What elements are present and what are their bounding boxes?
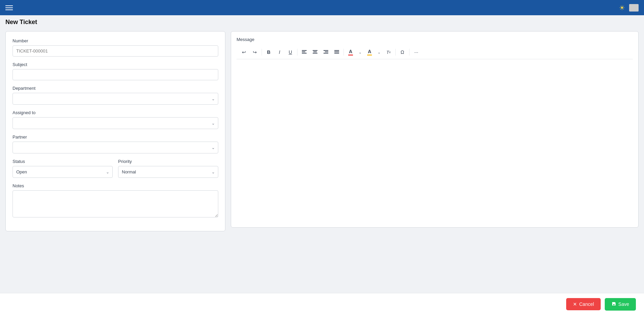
hamburger-menu-button[interactable] — [5, 5, 13, 10]
cancel-label: Cancel — [579, 301, 594, 307]
align-left-button[interactable] — [299, 47, 309, 57]
svg-rect-1 — [302, 51, 305, 52]
status-field-group: Status Open Closed Pending ⌄ — [13, 159, 113, 178]
subject-field-group: Subject — [13, 62, 218, 80]
toolbar-divider-5 — [409, 49, 409, 56]
department-select-wrapper: ⌄ — [13, 93, 218, 105]
priority-field-group: Priority Low Normal High Urgent ⌄ — [118, 159, 218, 178]
align-justify-button[interactable] — [332, 47, 341, 57]
department-select[interactable] — [13, 93, 218, 105]
main-content: New Ticket Number Subject Department — [0, 0, 644, 237]
clear-format-button[interactable]: Tx — [384, 47, 393, 57]
assigned-to-select[interactable] — [13, 117, 218, 129]
font-color-dropdown-button[interactable]: ⌄ — [357, 47, 363, 57]
toolbar-divider-1 — [262, 49, 262, 56]
right-panel: Message ↩ ↪ B I U — [231, 31, 639, 228]
top-bar-right: ☀ — [619, 4, 639, 12]
assigned-to-label: Assigned to — [13, 110, 218, 115]
page-title: New Ticket — [5, 19, 639, 26]
toolbar-divider-2 — [297, 49, 297, 56]
partner-select-wrapper: ⌄ — [13, 142, 218, 153]
save-button[interactable]: Save — [605, 298, 636, 311]
message-label: Message — [237, 37, 633, 42]
department-label: Department — [13, 86, 218, 91]
partner-label: Partner — [13, 134, 218, 140]
user-avatar-icon[interactable] — [629, 4, 639, 12]
top-bar: ☀ — [0, 0, 644, 15]
undo-button[interactable]: ↩ — [239, 47, 249, 57]
highlight-button[interactable]: A — [365, 47, 374, 57]
cancel-button[interactable]: ✕ Cancel — [566, 298, 601, 310]
priority-select-wrapper: Low Normal High Urgent ⌄ — [118, 166, 218, 178]
save-label: Save — [618, 301, 629, 307]
number-input[interactable] — [13, 45, 218, 57]
number-label: Number — [13, 38, 218, 43]
svg-rect-10 — [324, 53, 328, 54]
align-right-button[interactable] — [321, 47, 331, 57]
highlight-dropdown-button[interactable]: ⌄ — [376, 47, 382, 57]
subject-label: Subject — [13, 62, 218, 67]
font-color-button[interactable]: A — [346, 47, 355, 57]
align-center-button[interactable] — [310, 47, 320, 57]
status-priority-row: Status Open Closed Pending ⌄ Priority — [13, 159, 218, 183]
message-editor[interactable] — [237, 59, 633, 195]
theme-toggle-icon[interactable]: ☀ — [619, 4, 625, 12]
svg-rect-13 — [334, 51, 339, 52]
svg-rect-2 — [302, 53, 307, 54]
svg-rect-5 — [313, 51, 317, 52]
underline-button[interactable]: U — [286, 47, 295, 57]
svg-rect-0 — [302, 50, 307, 51]
bold-button[interactable]: B — [264, 47, 273, 57]
priority-label: Priority — [118, 159, 218, 164]
toolbar-divider-4 — [395, 49, 396, 56]
left-panel: Number Subject Department ⌄ A — [5, 31, 225, 231]
more-options-button[interactable]: ··· — [412, 47, 421, 57]
subject-input[interactable] — [13, 69, 218, 80]
status-select[interactable]: Open Closed Pending — [13, 166, 113, 178]
svg-rect-6 — [313, 53, 317, 54]
svg-rect-12 — [334, 50, 339, 51]
svg-rect-8 — [324, 50, 328, 51]
special-char-button[interactable]: Ω — [398, 47, 407, 57]
priority-select[interactable]: Low Normal High Urgent — [118, 166, 218, 178]
svg-rect-9 — [325, 51, 328, 52]
department-field-group: Department ⌄ — [13, 86, 218, 105]
assigned-to-select-wrapper: ⌄ — [13, 117, 218, 129]
save-icon — [612, 301, 616, 307]
svg-rect-14 — [334, 53, 339, 54]
notes-field-group: Notes — [13, 183, 218, 219]
assigned-to-field-group: Assigned to ⌄ — [13, 110, 218, 129]
editor-toolbar: ↩ ↪ B I U — [237, 45, 633, 59]
redo-button[interactable]: ↪ — [250, 47, 260, 57]
cancel-icon: ✕ — [573, 301, 577, 307]
form-layout: Number Subject Department ⌄ A — [5, 31, 639, 231]
partner-field-group: Partner ⌄ — [13, 134, 218, 153]
partner-select[interactable] — [13, 142, 218, 153]
status-select-wrapper: Open Closed Pending ⌄ — [13, 166, 113, 178]
italic-button[interactable]: I — [275, 47, 284, 57]
status-label: Status — [13, 159, 113, 164]
notes-textarea[interactable] — [13, 190, 218, 217]
toolbar-divider-3 — [343, 49, 344, 56]
svg-rect-4 — [313, 50, 317, 51]
bottom-bar: ✕ Cancel Save — [0, 293, 644, 315]
number-field-group: Number — [13, 38, 218, 57]
notes-label: Notes — [13, 183, 218, 188]
